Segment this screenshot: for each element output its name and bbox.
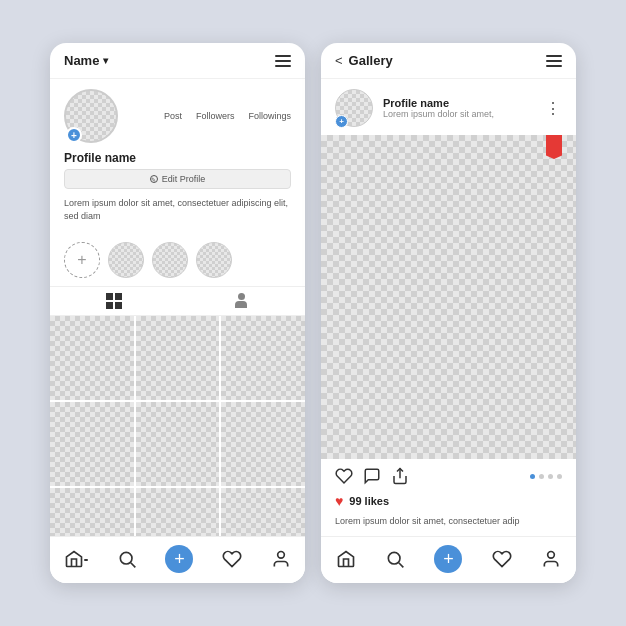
photo-cell[interactable] (136, 402, 220, 486)
photo-cell[interactable] (50, 488, 134, 536)
svg-point-6 (548, 552, 555, 559)
profile-nav-button-right[interactable] (541, 549, 561, 569)
grid-view-icon (106, 293, 122, 309)
carousel-dot-1 (530, 474, 535, 479)
svg-line-5 (399, 563, 404, 568)
svg-point-2 (277, 552, 284, 559)
profile-section: + Post Followers Followings (50, 79, 305, 236)
home-nav-button[interactable] (64, 549, 88, 569)
create-post-button[interactable]: + (165, 545, 193, 573)
edit-icon: ✎ (150, 175, 158, 183)
stories-row: + (50, 236, 305, 286)
carousel-dots (530, 474, 562, 479)
photo-cell[interactable] (221, 488, 305, 536)
dropdown-arrow: ▾ (103, 55, 108, 66)
create-post-button-right[interactable]: + (434, 545, 462, 573)
tagged-view-button[interactable] (233, 293, 249, 309)
story-2[interactable] (152, 242, 188, 278)
photo-cell[interactable] (136, 488, 220, 536)
heart-filled-icon: ♥ (335, 493, 343, 509)
bookmark-icon[interactable] (546, 135, 562, 159)
tagged-view-icon (233, 293, 249, 309)
carousel-dot-4 (557, 474, 562, 479)
view-toggle (50, 286, 305, 316)
right-phone: < Gallery + Profile name Lorem ipsum dol… (321, 43, 576, 583)
avatar-wrap[interactable]: + (64, 89, 118, 143)
profile-nav-button[interactable] (271, 549, 291, 569)
svg-point-4 (388, 552, 400, 564)
photo-cell[interactable] (50, 316, 134, 400)
edit-profile-button[interactable]: ✎ Edit Profile (64, 169, 291, 189)
photo-cell[interactable] (221, 316, 305, 400)
carousel-dot-2 (539, 474, 544, 479)
menu-icon-right[interactable] (546, 55, 562, 67)
story-3[interactable] (196, 242, 232, 278)
post-header: + Profile name Lorem ipsum dolor sit ame… (321, 79, 576, 135)
followers-label: Followers (196, 111, 235, 121)
right-header: < Gallery (321, 43, 576, 79)
action-row (321, 459, 576, 489)
post-info: Profile name Lorem ipsum dolor sit amet, (383, 97, 535, 119)
likes-count: 99 likes (349, 495, 389, 507)
grid-view-button[interactable] (106, 293, 122, 309)
post-subtitle: Lorem ipsum dolor sit amet, (383, 109, 535, 119)
svg-point-0 (120, 552, 132, 564)
name-label: Name (64, 53, 99, 68)
edit-label: Edit Profile (162, 174, 206, 184)
like-button[interactable] (335, 467, 353, 485)
post-add-icon: + (335, 115, 348, 128)
action-left (335, 467, 409, 485)
add-story-button[interactable]: + (64, 242, 100, 278)
photo-cell[interactable] (136, 316, 220, 400)
story-1[interactable] (108, 242, 144, 278)
svg-line-1 (131, 563, 136, 568)
stats-row: Post Followers Followings (128, 111, 291, 121)
search-nav-button-right[interactable] (385, 549, 405, 569)
stat-post: Post (164, 111, 182, 121)
bottom-nav-right: + (321, 536, 576, 583)
carousel-dot-3 (548, 474, 553, 479)
right-header-left: < Gallery (335, 53, 393, 68)
likes-nav-button-right[interactable] (492, 549, 512, 569)
stat-followings: Followings (248, 111, 291, 121)
followings-label: Followings (248, 111, 291, 121)
profile-top: + Post Followers Followings (64, 89, 291, 143)
search-nav-button[interactable] (117, 549, 137, 569)
post-image[interactable] (321, 135, 576, 459)
post-avatar-wrap: + (335, 89, 373, 127)
home-nav-button-right[interactable] (336, 549, 356, 569)
bio-text: Lorem ipsum dolor sit amet, consectetuer… (64, 197, 291, 222)
photo-grid (50, 316, 305, 536)
photo-cell[interactable] (221, 402, 305, 486)
gallery-title: Gallery (349, 53, 393, 68)
share-button[interactable] (391, 467, 409, 485)
likes-row: ♥ 99 likes (321, 489, 576, 513)
stat-followers: Followers (196, 111, 235, 121)
left-header: Name ▾ (50, 43, 305, 79)
add-avatar-button[interactable]: + (66, 127, 82, 143)
more-options-button[interactable]: ⋮ (545, 99, 562, 118)
back-button[interactable]: < (335, 53, 343, 68)
bottom-nav: + (50, 536, 305, 583)
photo-cell[interactable] (50, 402, 134, 486)
profile-title[interactable]: Name ▾ (64, 53, 108, 68)
menu-icon[interactable] (275, 55, 291, 67)
left-phone: Name ▾ + Post (50, 43, 305, 583)
post-label: Post (164, 111, 182, 121)
post-caption: Lorem ipsum dolor sit amet, consectetuer… (321, 513, 576, 536)
post-profile-name: Profile name (383, 97, 535, 109)
profile-name: Profile name (64, 151, 291, 165)
comment-button[interactable] (363, 467, 381, 485)
likes-nav-button[interactable] (222, 549, 242, 569)
